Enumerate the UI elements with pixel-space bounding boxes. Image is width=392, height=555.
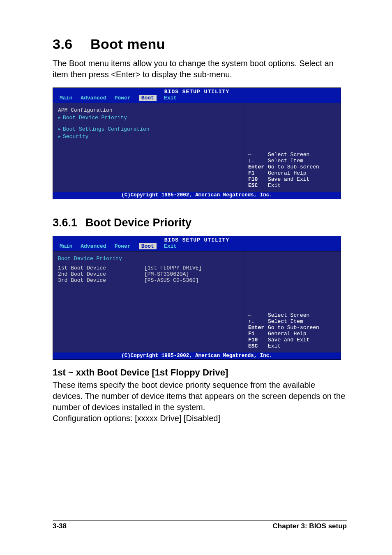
help-desc: Select Item [268,158,303,164]
help-key: F1 [248,331,268,337]
bios-help-block: ←Select Screen ↑↓Select Item EnterGo to … [248,152,337,189]
help-key: Enter [248,325,268,331]
bios-right-pane: ←Select Screen ↑↓Select Item EnterGo to … [244,103,341,192]
help-desc: Exit [268,343,281,349]
help-desc: Exit [268,182,281,189]
bios-item-boot-device-priority[interactable]: Boot Device Priority [63,115,127,121]
help-desc: Save and Exit [268,337,309,343]
bios-pane-header: Boot Device Priority [58,256,122,262]
help-key: ← [248,312,268,318]
bios-tab-advanced[interactable]: Advanced [81,95,114,101]
bios-right-pane: ←Select Screen ↑↓Select Item EnterGo to … [244,251,341,352]
option-config: Configuration options: [xxxxx Drive] [Di… [53,413,347,424]
bios-item-security[interactable]: Security [63,134,88,140]
bios-boot-key: 3rd Boot Device [58,277,144,283]
bios-tab-main[interactable]: Main [60,95,81,101]
bios-tab-exit[interactable]: Exit [157,243,185,249]
bios-tab-boot[interactable]: Boot [139,95,157,101]
section-title: Boot menu [90,36,165,52]
bios-title: BIOS SETUP UTILITY [53,88,341,95]
bios-copyright: (C)Copyright 1985-2002, American Megatre… [53,352,341,359]
bios-boot-row[interactable]: 1st Boot Device [1st FLOPPY DRIVE] [58,265,239,271]
help-desc: Select Screen [268,312,309,318]
help-key: F1 [248,170,268,176]
help-key: ↑↓ [248,318,268,325]
bios-boot-key: 2nd Boot Device [58,271,144,277]
page-number: 3-38 [53,522,67,530]
page-footer: 3-38 Chapter 3: BIOS setup [53,520,347,530]
bios-tab-bar: Main Advanced Power Boot Exit [53,95,341,103]
help-key: F10 [248,176,268,182]
subsection-title: Boot Device Priority [85,216,191,229]
help-desc: Save and Exit [268,176,309,182]
bios-screenshot-boot-menu: BIOS SETUP UTILITY Main Advanced Power B… [53,88,341,199]
help-key: Enter [248,164,268,170]
help-desc: Go to Sub-screen [268,164,319,170]
subsection-heading: 3.6.1Boot Device Priority [53,216,347,229]
section-heading: 3.6Boot menu [53,36,347,52]
submenu-arrow-icon: ▸ [58,133,63,140]
bios-boot-val: [PS-ASUS CD-S360] [144,277,199,283]
option-heading: 1st ~ xxth Boot Device [1st Floppy Drive… [53,367,347,378]
intro-paragraph: The Boot menu items allow you to change … [53,58,347,80]
help-desc: Select Screen [268,152,309,158]
bios-boot-val: [1st FLOPPY DRIVE] [144,265,202,271]
bios-boot-row[interactable]: 2nd Boot Device [PM-ST330620A] [58,271,239,277]
bios-tab-bar: Main Advanced Power Boot Exit [53,243,341,251]
bios-boot-val: [PM-ST330620A] [144,271,189,277]
help-key: ESC [248,343,268,349]
help-desc: Go to Sub-screen [268,325,319,331]
bios-help-block: ←Select Screen ↑↓Select Item EnterGo to … [248,312,337,349]
bios-screenshot-boot-priority: BIOS SETUP UTILITY Main Advanced Power B… [53,236,341,360]
bios-item-apm[interactable]: APM Configuration [58,107,113,113]
chapter-label: Chapter 3: BIOS setup [273,522,347,530]
option-paragraph: These items specify the boot device prio… [53,380,347,413]
bios-title: BIOS SETUP UTILITY [53,236,341,243]
help-key: F10 [248,337,268,343]
help-desc: General Help [268,331,307,337]
help-key: ESC [248,182,268,189]
help-key: ← [248,152,268,158]
section-number: 3.6 [53,36,90,52]
bios-tab-boot[interactable]: Boot [139,243,157,249]
bios-item-boot-settings-config[interactable]: Boot Settings Configuration [63,126,150,132]
help-desc: Select Item [268,318,303,325]
help-key: ↑↓ [248,158,268,164]
bios-left-pane: APM Configuration ▸ Boot Device Priority… [53,103,244,192]
bios-tab-power[interactable]: Power [115,243,139,249]
bios-tab-advanced[interactable]: Advanced [81,243,114,249]
submenu-arrow-icon: ▸ [58,126,63,132]
bios-left-pane: Boot Device Priority 1st Boot Device [1s… [53,251,244,352]
bios-boot-key: 1st Boot Device [58,265,144,271]
help-desc: General Help [268,170,307,176]
bios-tab-main[interactable]: Main [60,243,81,249]
bios-tab-exit[interactable]: Exit [157,95,185,101]
bios-boot-row[interactable]: 3rd Boot Device [PS-ASUS CD-S360] [58,277,239,283]
bios-tab-power[interactable]: Power [115,95,139,101]
bios-copyright: (C)Copyright 1985-2002, American Megatre… [53,192,341,199]
submenu-arrow-icon: ▸ [58,114,63,121]
subsection-number: 3.6.1 [53,216,85,229]
